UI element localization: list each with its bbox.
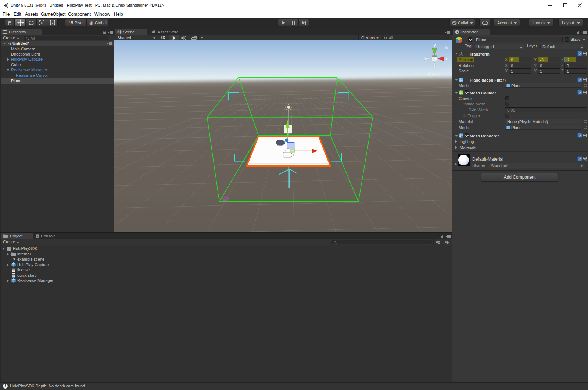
- svg-text:?: ?: [579, 78, 581, 82]
- svg-text:?: ?: [579, 157, 581, 161]
- svg-text:x: x: [445, 57, 448, 61]
- svg-text:y: y: [434, 43, 436, 47]
- svg-text:?: ?: [579, 91, 581, 94]
- svg-text:◂Persp: ◂Persp: [426, 72, 440, 77]
- svg-text:?: ?: [579, 52, 581, 56]
- svg-text:?: ?: [579, 134, 581, 137]
